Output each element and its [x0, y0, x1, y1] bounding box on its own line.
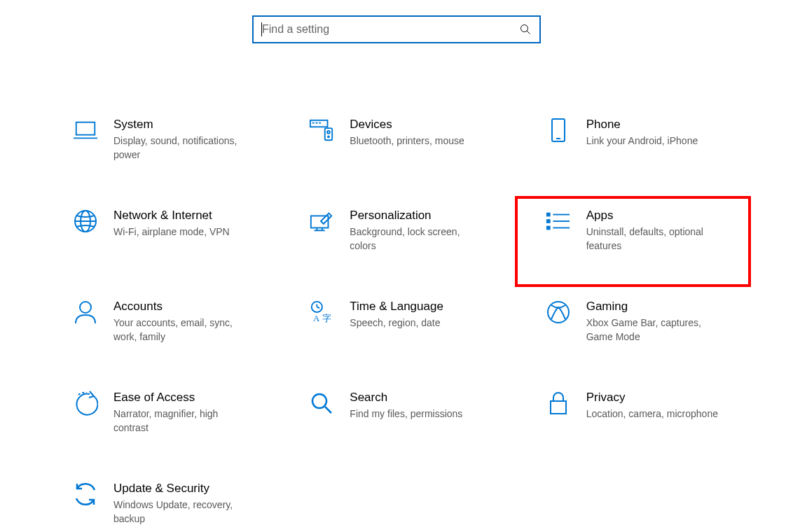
tile-desc: Narrator, magnifier, high contrast	[113, 407, 250, 435]
tile-title: Gaming	[586, 300, 723, 314]
globe-icon	[73, 209, 98, 234]
tile-update-security[interactable]: Update & Security Windows Update, recove…	[42, 469, 278, 532]
svg-rect-21	[547, 220, 550, 223]
tile-devices[interactable]: Devices Bluetooth, printers, mouse	[278, 105, 514, 196]
tile-title: Time & Language	[350, 300, 486, 314]
tile-title: Search	[350, 391, 486, 405]
svg-rect-22	[547, 227, 550, 230]
tile-desc: Display, sound, notifications, power	[113, 134, 250, 162]
tile-title: System	[113, 118, 250, 132]
svg-point-32	[548, 302, 569, 323]
svg-rect-20	[547, 214, 550, 216]
svg-text:字: 字	[322, 313, 331, 323]
svg-line-1	[527, 31, 530, 34]
svg-line-34	[325, 407, 331, 413]
magnifier-icon	[309, 391, 334, 416]
tile-phone[interactable]: Phone Link your Android, iPhone	[515, 105, 751, 196]
tile-title: Phone	[586, 118, 723, 132]
sync-icon	[73, 482, 98, 507]
tile-desc: Speech, region, date	[350, 316, 486, 330]
xbox-icon	[546, 300, 571, 325]
tile-desc: Windows Update, recovery, backup	[113, 498, 250, 526]
svg-point-0	[521, 25, 528, 32]
tile-title: Accounts	[113, 300, 250, 314]
tile-accounts[interactable]: Accounts Your accounts, email, sync, wor…	[42, 287, 278, 378]
svg-line-29	[317, 307, 320, 308]
tile-gaming[interactable]: Gaming Xbox Game Bar, captures, Game Mod…	[515, 287, 751, 378]
tile-title: Personalization	[350, 209, 486, 223]
search-box[interactable]	[252, 15, 541, 43]
time-language-icon: A 字	[309, 300, 334, 325]
svg-rect-2	[76, 122, 95, 135]
tile-desc: Xbox Game Bar, captures, Game Mode	[586, 316, 723, 344]
lock-icon	[546, 391, 571, 416]
tile-search[interactable]: Search Find my files, permissions	[278, 378, 514, 469]
svg-point-33	[312, 394, 326, 408]
tile-apps[interactable]: Apps Uninstall, defaults, optional featu…	[515, 196, 751, 287]
svg-rect-35	[551, 401, 566, 414]
search-icon[interactable]	[520, 24, 531, 35]
tile-time-language[interactable]: A 字 Time & Language Speech, region, date	[278, 287, 514, 378]
tile-desc: Link your Android, iPhone	[586, 134, 723, 148]
tile-title: Apps	[586, 209, 723, 223]
tile-title: Network & Internet	[113, 209, 250, 223]
text-caret	[261, 22, 262, 36]
tile-title: Ease of Access	[113, 391, 250, 405]
tile-title: Privacy	[586, 391, 723, 405]
tile-desc: Location, camera, microphone	[586, 407, 723, 421]
tile-desc: Uninstall, defaults, optional features	[586, 225, 723, 253]
svg-point-9	[327, 131, 330, 134]
tile-title: Devices	[350, 118, 486, 132]
laptop-icon	[73, 118, 98, 143]
tile-desc: Wi-Fi, airplane mode, VPN	[113, 225, 250, 239]
svg-point-10	[328, 136, 329, 138]
phone-icon	[546, 118, 571, 143]
tile-desc: Your accounts, email, sync, work, family	[113, 316, 250, 344]
tile-system[interactable]: System Display, sound, notifications, po…	[42, 105, 278, 196]
svg-text:A: A	[313, 313, 320, 323]
svg-point-26	[80, 302, 91, 313]
tile-desc: Bluetooth, printers, mouse	[350, 134, 486, 148]
person-icon	[73, 300, 98, 325]
tile-desc: Background, lock screen, colors	[350, 225, 486, 253]
tile-desc: Find my files, permissions	[350, 407, 486, 421]
tile-ease-of-access[interactable]: Ease of Access Narrator, magnifier, high…	[42, 378, 278, 469]
tile-personalization[interactable]: Personalization Background, lock screen,…	[278, 196, 514, 287]
tile-title: Update & Security	[113, 482, 250, 496]
ease-of-access-icon	[73, 391, 98, 416]
settings-grid: System Display, sound, notifications, po…	[0, 105, 793, 532]
search-input[interactable]	[262, 23, 520, 36]
search-row	[0, 15, 793, 43]
tile-privacy[interactable]: Privacy Location, camera, microphone	[515, 378, 751, 469]
apps-list-icon	[546, 209, 571, 234]
devices-icon	[309, 118, 334, 143]
tile-network[interactable]: Network & Internet Wi-Fi, airplane mode,…	[42, 196, 278, 287]
personalization-icon	[309, 209, 334, 234]
